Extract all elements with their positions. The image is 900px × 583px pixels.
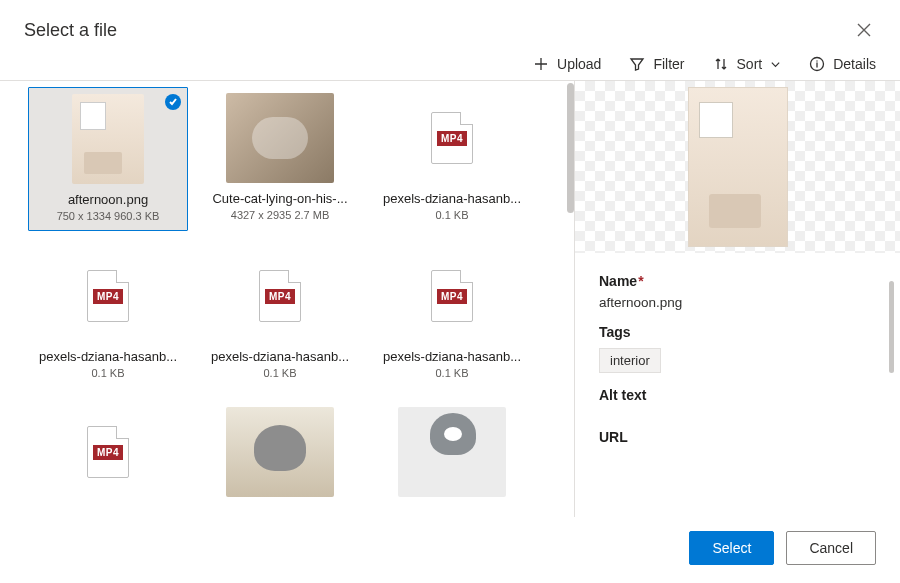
sort-label: Sort xyxy=(737,56,763,72)
file-meta: 0.1 KB xyxy=(263,367,296,379)
file-tile[interactable]: MP4pexels-dziana-hasanb...0.1 KB xyxy=(200,245,360,387)
file-thumbnail xyxy=(226,93,334,183)
chevron-down-icon xyxy=(770,59,781,70)
details-label: Details xyxy=(833,56,876,72)
file-thumbnail xyxy=(72,94,144,184)
file-name: pexels-dziana-hasanb... xyxy=(383,349,521,364)
file-meta: 750 x 1334 960.3 KB xyxy=(57,210,160,222)
sort-icon xyxy=(713,56,729,72)
filter-label: Filter xyxy=(653,56,684,72)
mp4-file-icon: MP4 xyxy=(87,270,129,322)
url-field-label: URL xyxy=(599,429,876,445)
file-name: Cute-cat-lying-on-his-... xyxy=(212,191,347,206)
upload-button[interactable]: Upload xyxy=(533,56,601,72)
mp4-file-icon: MP4 xyxy=(431,112,473,164)
file-tile[interactable] xyxy=(200,401,360,505)
file-meta: 0.1 KB xyxy=(91,367,124,379)
file-name: pexels-dziana-hasanb... xyxy=(39,349,177,364)
dialog-header: Select a file xyxy=(0,0,900,42)
dialog-title: Select a file xyxy=(24,20,117,41)
name-field-label: Name xyxy=(599,273,876,289)
file-grid-container: afternoon.png750 x 1334 960.3 KBCute-cat… xyxy=(0,81,574,517)
dialog-footer: Select Cancel xyxy=(0,517,900,583)
file-name: pexels-dziana-hasanb... xyxy=(211,349,349,364)
grid-scrollbar[interactable] xyxy=(567,83,574,213)
toolbar: Upload Filter Sort Details xyxy=(0,42,900,81)
tag-chip[interactable]: interior xyxy=(599,348,661,373)
filter-icon xyxy=(629,56,645,72)
file-thumbnail: MP4 xyxy=(397,251,507,341)
file-thumbnail xyxy=(226,407,334,497)
details-panel: Name afternoon.png Tags interior Alt tex… xyxy=(574,81,900,517)
file-thumbnail: MP4 xyxy=(53,251,163,341)
filter-button[interactable]: Filter xyxy=(629,56,684,72)
file-tile[interactable]: MP4 xyxy=(28,401,188,505)
panel-scrollbar[interactable] xyxy=(889,281,894,373)
file-name: pexels-dziana-hasanb... xyxy=(383,191,521,206)
close-icon xyxy=(857,23,871,37)
mp4-file-icon: MP4 xyxy=(87,426,129,478)
details-button[interactable]: Details xyxy=(809,56,876,72)
file-grid: afternoon.png750 x 1334 960.3 KBCute-cat… xyxy=(28,87,566,505)
close-button[interactable] xyxy=(852,18,876,42)
mp4-file-icon: MP4 xyxy=(259,270,301,322)
file-tile[interactable]: Cute-cat-lying-on-his-...4327 x 2935 2.7… xyxy=(200,87,360,231)
file-picker-dialog: Select a file Upload Filter Sort Details… xyxy=(0,0,900,583)
file-tile[interactable]: afternoon.png750 x 1334 960.3 KB xyxy=(28,87,188,231)
file-tile[interactable]: MP4pexels-dziana-hasanb...0.1 KB xyxy=(372,245,532,387)
file-thumbnail: MP4 xyxy=(225,251,335,341)
cancel-button[interactable]: Cancel xyxy=(786,531,876,565)
info-icon xyxy=(809,56,825,72)
file-thumbnail xyxy=(398,407,506,497)
tags-field-label: Tags xyxy=(599,324,876,340)
mp4-file-icon: MP4 xyxy=(431,270,473,322)
file-name: afternoon.png xyxy=(68,192,148,207)
file-meta: 0.1 KB xyxy=(435,367,468,379)
upload-label: Upload xyxy=(557,56,601,72)
alt-text-field-label: Alt text xyxy=(599,387,876,403)
preview-area xyxy=(575,81,900,253)
file-thumbnail: MP4 xyxy=(53,407,163,497)
file-meta: 0.1 KB xyxy=(435,209,468,221)
sort-button[interactable]: Sort xyxy=(713,56,782,72)
selected-check-icon xyxy=(165,94,181,110)
metadata-section: Name afternoon.png Tags interior Alt tex… xyxy=(575,253,900,455)
file-thumbnail: MP4 xyxy=(397,93,507,183)
file-tile[interactable] xyxy=(372,401,532,505)
file-tile[interactable]: MP4pexels-dziana-hasanb...0.1 KB xyxy=(372,87,532,231)
plus-icon xyxy=(533,56,549,72)
name-field-value[interactable]: afternoon.png xyxy=(599,295,876,310)
select-button[interactable]: Select xyxy=(689,531,774,565)
file-tile[interactable]: MP4pexels-dziana-hasanb...0.1 KB xyxy=(28,245,188,387)
file-meta: 4327 x 2935 2.7 MB xyxy=(231,209,329,221)
content-area: afternoon.png750 x 1334 960.3 KBCute-cat… xyxy=(0,81,900,517)
preview-image xyxy=(688,87,788,247)
